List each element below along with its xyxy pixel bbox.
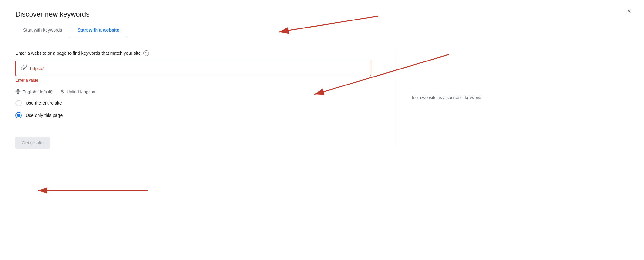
- left-panel: Enter a website or a page to find keywor…: [15, 50, 384, 149]
- get-results-button[interactable]: Get results: [15, 137, 50, 149]
- tabs-container: Start with keywords Start with a website: [15, 24, 629, 37]
- radio-only-page-circle: [15, 112, 22, 118]
- discover-keywords-dialog: × Discover new keywords Start with keywo…: [0, 0, 644, 260]
- help-icon[interactable]: ?: [143, 50, 149, 56]
- link-icon: [21, 64, 27, 72]
- url-input-wrapper: [15, 61, 371, 76]
- dialog-title: Discover new keywords: [15, 10, 629, 19]
- error-text: Enter a value: [15, 78, 371, 83]
- radio-entire-site[interactable]: Use the entire site: [15, 100, 371, 106]
- tab-keywords[interactable]: Start with keywords: [15, 24, 70, 37]
- vertical-divider: [397, 50, 397, 149]
- location-setting[interactable]: United Kingdom: [60, 89, 97, 94]
- url-input[interactable]: [30, 66, 366, 71]
- language-setting[interactable]: English (default): [15, 89, 53, 94]
- tab-website[interactable]: Start with a website: [70, 24, 127, 37]
- close-button[interactable]: ×: [624, 6, 634, 16]
- svg-point-0: [62, 91, 63, 92]
- radio-only-page[interactable]: Use only this page: [15, 112, 371, 118]
- radio-entire-site-circle: [15, 100, 22, 106]
- main-content: Enter a website or a page to find keywor…: [15, 50, 629, 149]
- right-panel: Use a website as a source of keywords: [410, 50, 500, 149]
- field-label: Enter a website or a page to find keywor…: [15, 50, 371, 56]
- settings-row: English (default) United Kingdom: [15, 89, 371, 94]
